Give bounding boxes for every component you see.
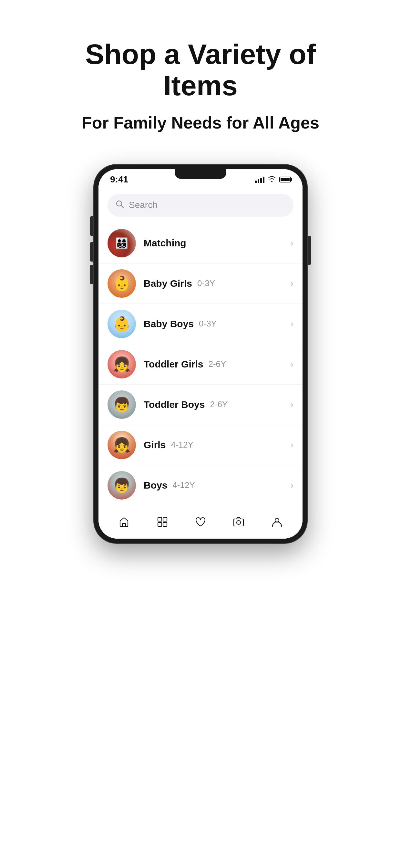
category-age-toddler-girls: 2-6Y <box>208 359 226 369</box>
chevron-right-icon: › <box>290 480 294 491</box>
category-item-baby-girls[interactable]: 👶 Baby Girls 0-3Y › <box>98 264 303 304</box>
chevron-right-icon: › <box>290 319 294 329</box>
status-time: 9:41 <box>110 175 128 185</box>
camera-icon <box>232 515 246 529</box>
svg-rect-5 <box>163 523 167 526</box>
category-info-matching: Matching <box>144 238 283 249</box>
chevron-right-icon: › <box>290 399 294 410</box>
page-title: Shop a Variety of Items <box>26 39 375 101</box>
search-container: Search <box>98 187 303 221</box>
signal-bars-icon <box>255 176 265 183</box>
category-avatar-boys: 👦 <box>107 471 136 500</box>
svg-rect-3 <box>163 517 167 521</box>
phone-notch <box>175 169 226 179</box>
category-name-girls: Girls <box>144 439 166 451</box>
category-item-girls[interactable]: 👧 Girls 4-12Y › <box>98 425 303 465</box>
page-subtitle: For Family Needs for All Ages <box>26 113 375 132</box>
chevron-right-icon: › <box>290 359 294 369</box>
category-age-girls: 4-12Y <box>171 440 193 450</box>
svg-point-7 <box>237 521 241 524</box>
phone-screen: 9:41 <box>98 169 303 538</box>
bottom-nav <box>98 508 303 538</box>
category-avatar-toddler-girls: 👧 <box>107 350 136 378</box>
nav-item-categories[interactable] <box>155 515 169 529</box>
category-age-baby-girls: 0-3Y <box>197 278 215 288</box>
svg-rect-4 <box>158 523 162 526</box>
category-item-baby-boys[interactable]: 👶 Baby Boys 0-3Y › <box>98 304 303 344</box>
category-info-toddler-girls: Toddler Girls 2-6Y <box>144 359 283 370</box>
category-info-baby-girls: Baby Girls 0-3Y <box>144 278 283 289</box>
search-placeholder: Search <box>129 200 158 210</box>
search-bar[interactable]: Search <box>107 194 294 217</box>
chevron-right-icon: › <box>290 440 294 450</box>
category-name-baby-boys: Baby Boys <box>144 318 194 330</box>
search-icon <box>115 199 124 211</box>
category-avatar-matching: 👨‍👩‍👧‍👦 <box>107 229 136 257</box>
person-icon <box>270 515 284 529</box>
page-header: Shop a Variety of Items For Family Needs… <box>0 0 401 152</box>
category-age-baby-boys: 0-3Y <box>199 319 217 329</box>
phone-frame: 9:41 <box>94 165 307 543</box>
category-info-boys: Boys 4-12Y <box>144 480 283 491</box>
nav-item-scan[interactable] <box>232 515 246 529</box>
category-age-boys: 4-12Y <box>173 480 195 490</box>
nav-item-home[interactable] <box>117 515 131 529</box>
category-avatar-baby-girls: 👶 <box>107 269 136 298</box>
category-list: 👨‍👩‍👧‍👦 Matching › 👶 Baby Girls 0-3Y <box>98 221 303 508</box>
category-avatar-toddler-boys: 👦 <box>107 391 136 419</box>
phone-wrapper: 9:41 <box>0 152 401 569</box>
category-avatar-baby-boys: 👶 <box>107 310 136 338</box>
grid-icon <box>155 515 169 529</box>
svg-rect-1 <box>122 523 126 527</box>
category-info-toddler-boys: Toddler Boys 2-6Y <box>144 399 283 410</box>
heart-icon <box>193 515 208 529</box>
category-info-girls: Girls 4-12Y <box>144 439 283 451</box>
category-avatar-girls: 👧 <box>107 431 136 459</box>
chevron-right-icon: › <box>290 278 294 289</box>
category-name-matching: Matching <box>144 238 186 249</box>
category-name-baby-girls: Baby Girls <box>144 278 192 289</box>
chevron-right-icon: › <box>290 238 294 248</box>
category-item-matching[interactable]: 👨‍👩‍👧‍👦 Matching › <box>98 223 303 264</box>
battery-icon <box>279 177 291 182</box>
category-item-boys[interactable]: 👦 Boys 4-12Y › <box>98 465 303 505</box>
status-icons <box>255 175 291 184</box>
svg-rect-6 <box>234 519 243 526</box>
category-item-toddler-boys[interactable]: 👦 Toddler Boys 2-6Y › <box>98 384 303 425</box>
nav-item-profile[interactable] <box>270 515 284 529</box>
category-info-baby-boys: Baby Boys 0-3Y <box>144 318 283 330</box>
home-icon <box>117 515 131 529</box>
nav-item-wishlist[interactable] <box>193 515 208 529</box>
wifi-icon <box>268 175 276 184</box>
svg-point-0 <box>117 201 122 206</box>
category-age-toddler-boys: 2-6Y <box>210 399 227 409</box>
svg-rect-2 <box>158 517 162 521</box>
category-name-toddler-boys: Toddler Boys <box>144 399 205 410</box>
category-item-toddler-girls[interactable]: 👧 Toddler Girls 2-6Y › <box>98 344 303 384</box>
category-name-boys: Boys <box>144 480 167 491</box>
category-name-toddler-girls: Toddler Girls <box>144 359 203 370</box>
